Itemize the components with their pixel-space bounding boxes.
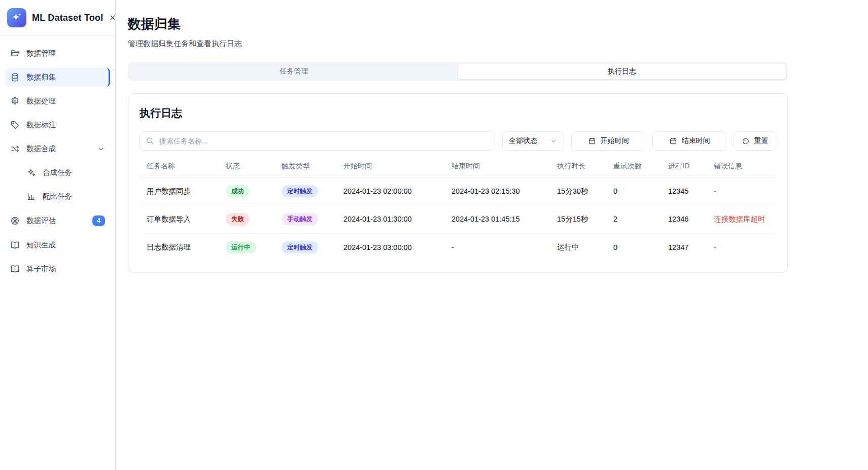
table-row: 用户数据同步成功定时触发2024-01-23 02:00:002024-01-2… <box>140 177 776 205</box>
status-cell: 成功 <box>219 177 274 205</box>
execution-logs-panel: 执行日志 全部状态 开始时间 结束时间 <box>128 93 788 273</box>
sidebar-item-data-management[interactable]: 数据管理 <box>5 44 110 63</box>
search-icon <box>146 136 154 145</box>
start-time-cell: 2024-01-23 02:00:00 <box>336 177 444 205</box>
trigger-badge: 定时触发 <box>282 241 318 254</box>
sidebar-item-knowledge-generation[interactable]: 知识生成 <box>5 236 110 255</box>
pid-cell: 12345 <box>661 177 707 205</box>
end-time-label: 结束时间 <box>682 136 710 146</box>
chevron-down-icon <box>97 145 105 153</box>
trigger-badge: 手动触发 <box>282 213 318 225</box>
search-field-wrap <box>140 131 495 151</box>
task-name-cell: 订单数据导入 <box>140 205 219 233</box>
error-cell: - <box>707 177 776 205</box>
page-subtitle: 管理数据归集任务和查看执行日志 <box>128 39 788 49</box>
page-title: 数据归集 <box>128 15 788 33</box>
trigger-cell: 定时触发 <box>274 177 336 205</box>
tab-task-management[interactable]: 任务管理 <box>130 64 458 79</box>
start-time-label: 开始时间 <box>601 136 629 146</box>
reset-label: 重置 <box>754 136 769 146</box>
status-cell: 运行中 <box>219 233 274 261</box>
search-input[interactable] <box>140 131 495 151</box>
column-header: 错误信息 <box>707 156 776 177</box>
end-time-button[interactable]: 结束时间 <box>652 131 726 151</box>
duration-cell: 15分15秒 <box>550 205 606 233</box>
duration-cell: 运行中 <box>550 233 606 261</box>
reset-icon <box>742 137 750 145</box>
column-header: 重试次数 <box>606 156 661 177</box>
sidebar-item-ratio-task[interactable]: 配比任务 <box>5 187 110 206</box>
logs-table: 任务名称状态触发类型开始时间结束时间执行时长重试次数进程ID错误信息 用户数据同… <box>140 156 776 261</box>
sidebar-item-label: 数据合成 <box>26 144 90 154</box>
sidebar-item-synthesis-task[interactable]: 合成任务 <box>5 163 110 182</box>
sidebar-item-data-processing[interactable]: 数据处理 <box>5 92 110 111</box>
main-area: 数据归集 管理数据归集任务和查看执行日志 任务管理 执行日志 执行日志 全部状态… <box>116 0 868 470</box>
pid-cell: 12347 <box>661 233 707 261</box>
retries-cell: 0 <box>606 177 661 205</box>
panel-title: 执行日志 <box>140 106 776 120</box>
sidebar-nav: 数据管理数据归集数据处理数据标注数据合成合成任务配比任务数据评估4知识生成算子市… <box>0 36 115 286</box>
shuffle-icon <box>10 144 20 154</box>
calendar-icon <box>669 137 677 145</box>
tab-bar: 任务管理 执行日志 <box>128 62 788 81</box>
sidebar-item-label: 数据归集 <box>26 73 103 82</box>
reset-button[interactable]: 重置 <box>734 131 776 151</box>
column-header: 执行时长 <box>550 156 606 177</box>
end-time-cell: - <box>444 233 550 261</box>
sidebar-header: ML Dataset Tool <box>0 0 115 36</box>
table-header-row: 任务名称状态触发类型开始时间结束时间执行时长重试次数进程ID错误信息 <box>140 156 776 177</box>
duration-cell: 15分30秒 <box>550 177 606 205</box>
sidebar: ML Dataset Tool 数据管理数据归集数据处理数据标注数据合成合成任务… <box>0 0 116 470</box>
chevron-down-icon <box>550 137 558 145</box>
start-time-button[interactable]: 开始时间 <box>571 131 645 151</box>
table-row: 日志数据清理运行中定时触发2024-01-23 03:00:00-运行中0123… <box>140 233 776 261</box>
sidebar-item-data-labeling[interactable]: 数据标注 <box>5 116 110 134</box>
task-name-cell: 用户数据同步 <box>140 177 219 205</box>
sidebar-item-data-evaluation[interactable]: 数据评估4 <box>5 211 110 231</box>
calendar-icon <box>588 137 596 145</box>
trigger-cell: 定时触发 <box>274 233 336 261</box>
sidebar-item-label: 数据管理 <box>26 49 105 58</box>
end-time-cell: 2024-01-23 02:15:30 <box>444 177 550 205</box>
count-badge: 4 <box>92 215 105 226</box>
table-body: 用户数据同步成功定时触发2024-01-23 02:00:002024-01-2… <box>140 177 776 261</box>
pid-cell: 12346 <box>661 205 707 233</box>
sidebar-item-label: 数据处理 <box>26 96 105 106</box>
status-cell: 失败 <box>219 205 274 233</box>
gear-icon <box>10 96 20 106</box>
column-header: 状态 <box>219 156 274 177</box>
column-header: 结束时间 <box>444 156 550 177</box>
column-header: 开始时间 <box>336 156 444 177</box>
column-header: 进程ID <box>661 156 707 177</box>
status-badge: 失败 <box>226 213 250 225</box>
sparkles-icon <box>26 168 36 177</box>
column-header: 任务名称 <box>140 156 219 177</box>
error-cell: 连接数据库超时 <box>707 205 776 233</box>
sidebar-item-operator-market[interactable]: 算子市场 <box>5 260 110 278</box>
retries-cell: 0 <box>606 233 661 261</box>
book-icon <box>10 240 20 250</box>
start-time-cell: 2024-01-23 03:00:00 <box>336 233 444 261</box>
sidebar-item-data-synthesis[interactable]: 数据合成 <box>5 139 110 158</box>
column-header: 触发类型 <box>274 156 336 177</box>
status-filter-select[interactable]: 全部状态 <box>502 131 564 151</box>
sidebar-item-label: 知识生成 <box>26 240 105 250</box>
sidebar-item-label: 配比任务 <box>43 192 105 201</box>
end-time-cell: 2024-01-23 01:45:15 <box>444 205 550 233</box>
status-badge: 成功 <box>226 185 250 197</box>
tag-icon <box>10 120 20 130</box>
filter-bar: 全部状态 开始时间 结束时间 重置 <box>140 131 776 151</box>
start-time-cell: 2024-01-23 01:30:00 <box>336 205 444 233</box>
tab-execution-logs[interactable]: 执行日志 <box>458 64 786 79</box>
bar-chart-icon <box>26 192 36 201</box>
sparkle-logo-icon <box>11 12 23 24</box>
book-icon <box>10 264 20 274</box>
retries-cell: 2 <box>606 205 661 233</box>
sidebar-item-label: 数据标注 <box>26 120 105 130</box>
database-icon <box>10 73 20 82</box>
sidebar-item-label: 算子市场 <box>26 264 105 274</box>
sidebar-item-data-collection[interactable]: 数据归集 <box>5 68 110 87</box>
status-filter-value: 全部状态 <box>509 136 537 146</box>
app-title: ML Dataset Tool <box>32 13 103 23</box>
table-row: 订单数据导入失败手动触发2024-01-23 01:30:002024-01-2… <box>140 205 776 233</box>
